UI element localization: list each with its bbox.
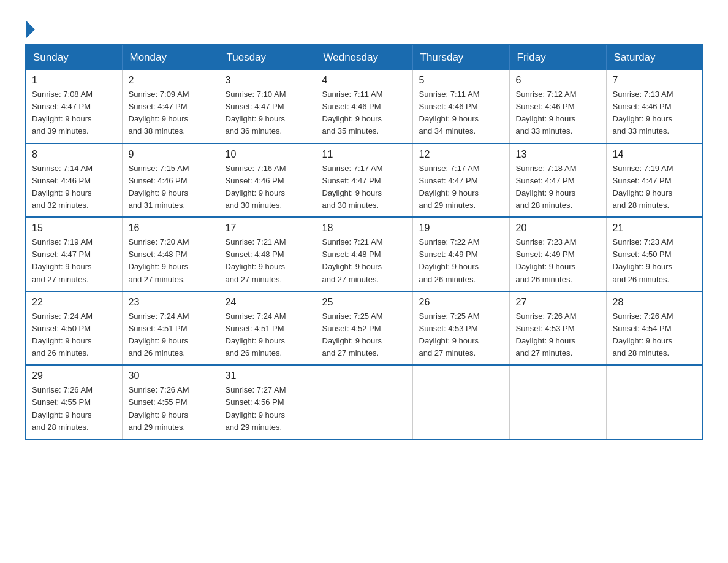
- day-of-week-header: Thursday: [412, 45, 509, 70]
- calendar-day-cell: 15 Sunrise: 7:19 AM Sunset: 4:47 PM Dayl…: [25, 217, 122, 291]
- calendar-day-cell: 1 Sunrise: 7:08 AM Sunset: 4:47 PM Dayli…: [25, 70, 122, 144]
- logo-arrow-icon: [26, 21, 35, 38]
- day-number: 8: [32, 149, 116, 160]
- calendar-day-cell: 21 Sunrise: 7:23 AM Sunset: 4:50 PM Dayl…: [606, 217, 703, 291]
- day-info: Sunrise: 7:23 AM Sunset: 4:50 PM Dayligh…: [613, 236, 697, 286]
- calendar-day-cell: 11 Sunrise: 7:17 AM Sunset: 4:47 PM Dayl…: [316, 144, 412, 218]
- day-number: 4: [322, 75, 406, 86]
- day-number: 17: [226, 223, 309, 234]
- calendar-day-cell: 13 Sunrise: 7:18 AM Sunset: 4:47 PM Dayl…: [509, 144, 606, 218]
- day-number: 31: [226, 370, 309, 381]
- calendar-table: SundayMondayTuesdayWednesdayThursdayFrid…: [25, 44, 703, 440]
- day-of-week-header: Sunday: [25, 45, 122, 70]
- calendar-week-row: 8 Sunrise: 7:14 AM Sunset: 4:46 PM Dayli…: [25, 144, 703, 218]
- calendar-day-cell: 10 Sunrise: 7:16 AM Sunset: 4:46 PM Dayl…: [219, 144, 316, 218]
- day-info: Sunrise: 7:19 AM Sunset: 4:47 PM Dayligh…: [613, 163, 697, 212]
- calendar-day-cell: 18 Sunrise: 7:21 AM Sunset: 4:48 PM Dayl…: [316, 217, 412, 291]
- calendar-day-cell: 29 Sunrise: 7:26 AM Sunset: 4:55 PM Dayl…: [25, 365, 122, 439]
- day-info: Sunrise: 7:26 AM Sunset: 4:53 PM Dayligh…: [516, 310, 600, 360]
- day-info: Sunrise: 7:13 AM Sunset: 4:46 PM Dayligh…: [613, 88, 697, 138]
- calendar-day-cell: 30 Sunrise: 7:26 AM Sunset: 4:55 PM Dayl…: [122, 365, 219, 439]
- day-number: 15: [32, 223, 116, 234]
- day-info: Sunrise: 7:24 AM Sunset: 4:50 PM Dayligh…: [32, 310, 116, 360]
- day-number: 29: [32, 370, 116, 381]
- day-info: Sunrise: 7:23 AM Sunset: 4:49 PM Dayligh…: [516, 236, 600, 286]
- calendar-day-cell: 9 Sunrise: 7:15 AM Sunset: 4:46 PM Dayli…: [122, 144, 219, 218]
- day-number: 1: [32, 75, 116, 86]
- day-info: Sunrise: 7:11 AM Sunset: 4:46 PM Dayligh…: [419, 88, 503, 138]
- calendar-day-cell: 25 Sunrise: 7:25 AM Sunset: 4:52 PM Dayl…: [316, 291, 412, 366]
- day-number: 30: [129, 370, 213, 381]
- day-number: 24: [226, 297, 309, 308]
- day-info: Sunrise: 7:25 AM Sunset: 4:53 PM Dayligh…: [419, 310, 503, 360]
- day-info: Sunrise: 7:26 AM Sunset: 4:55 PM Dayligh…: [129, 384, 213, 434]
- day-number: 6: [516, 75, 600, 86]
- calendar-day-cell: 3 Sunrise: 7:10 AM Sunset: 4:47 PM Dayli…: [219, 70, 316, 144]
- day-number: 22: [32, 297, 116, 308]
- calendar-day-cell: 14 Sunrise: 7:19 AM Sunset: 4:47 PM Dayl…: [606, 144, 703, 218]
- day-info: Sunrise: 7:12 AM Sunset: 4:46 PM Dayligh…: [516, 88, 600, 138]
- calendar-day-cell: 22 Sunrise: 7:24 AM Sunset: 4:50 PM Dayl…: [25, 291, 122, 366]
- calendar-day-cell: 5 Sunrise: 7:11 AM Sunset: 4:46 PM Dayli…: [412, 70, 509, 144]
- day-of-week-header: Wednesday: [316, 45, 412, 70]
- calendar-week-row: 22 Sunrise: 7:24 AM Sunset: 4:50 PM Dayl…: [25, 291, 703, 366]
- day-number: 7: [613, 75, 697, 86]
- calendar-day-cell: 6 Sunrise: 7:12 AM Sunset: 4:46 PM Dayli…: [509, 70, 606, 144]
- day-info: Sunrise: 7:18 AM Sunset: 4:47 PM Dayligh…: [516, 163, 600, 212]
- calendar-day-cell: 4 Sunrise: 7:11 AM Sunset: 4:46 PM Dayli…: [316, 70, 412, 144]
- calendar-day-cell: 7 Sunrise: 7:13 AM Sunset: 4:46 PM Dayli…: [606, 70, 703, 144]
- calendar-day-cell: 20 Sunrise: 7:23 AM Sunset: 4:49 PM Dayl…: [509, 217, 606, 291]
- calendar-day-cell: 16 Sunrise: 7:20 AM Sunset: 4:48 PM Dayl…: [122, 217, 219, 291]
- calendar-day-cell: 8 Sunrise: 7:14 AM Sunset: 4:46 PM Dayli…: [25, 144, 122, 218]
- day-number: 25: [322, 297, 406, 308]
- day-number: 21: [613, 223, 697, 234]
- day-info: Sunrise: 7:08 AM Sunset: 4:47 PM Dayligh…: [32, 88, 116, 138]
- day-info: Sunrise: 7:09 AM Sunset: 4:47 PM Dayligh…: [129, 88, 213, 138]
- calendar-day-cell: 28 Sunrise: 7:26 AM Sunset: 4:54 PM Dayl…: [606, 291, 703, 366]
- logo: [25, 18, 35, 33]
- day-info: Sunrise: 7:24 AM Sunset: 4:51 PM Dayligh…: [226, 310, 309, 360]
- day-number: 18: [322, 223, 406, 234]
- day-info: Sunrise: 7:24 AM Sunset: 4:51 PM Dayligh…: [129, 310, 213, 360]
- day-of-week-header: Saturday: [606, 45, 703, 70]
- day-number: 14: [613, 149, 697, 160]
- day-of-week-header: Tuesday: [219, 45, 316, 70]
- calendar-week-row: 29 Sunrise: 7:26 AM Sunset: 4:55 PM Dayl…: [25, 365, 703, 439]
- day-number: 20: [516, 223, 600, 234]
- day-number: 5: [419, 75, 503, 86]
- day-info: Sunrise: 7:15 AM Sunset: 4:46 PM Dayligh…: [129, 163, 213, 212]
- calendar-header-row: SundayMondayTuesdayWednesdayThursdayFrid…: [25, 45, 703, 70]
- calendar-day-cell: 17 Sunrise: 7:21 AM Sunset: 4:48 PM Dayl…: [219, 217, 316, 291]
- calendar-day-cell: [606, 365, 703, 439]
- day-info: Sunrise: 7:19 AM Sunset: 4:47 PM Dayligh…: [32, 236, 116, 286]
- day-number: 19: [419, 223, 503, 234]
- day-info: Sunrise: 7:27 AM Sunset: 4:56 PM Dayligh…: [226, 384, 309, 434]
- day-info: Sunrise: 7:17 AM Sunset: 4:47 PM Dayligh…: [322, 163, 406, 212]
- day-of-week-header: Friday: [509, 45, 606, 70]
- calendar-day-cell: 19 Sunrise: 7:22 AM Sunset: 4:49 PM Dayl…: [412, 217, 509, 291]
- day-info: Sunrise: 7:21 AM Sunset: 4:48 PM Dayligh…: [226, 236, 309, 286]
- day-number: 12: [419, 149, 503, 160]
- day-number: 23: [129, 297, 213, 308]
- day-info: Sunrise: 7:26 AM Sunset: 4:55 PM Dayligh…: [32, 384, 116, 434]
- calendar-day-cell: 24 Sunrise: 7:24 AM Sunset: 4:51 PM Dayl…: [219, 291, 316, 366]
- day-number: 3: [226, 75, 309, 86]
- day-info: Sunrise: 7:10 AM Sunset: 4:47 PM Dayligh…: [226, 88, 309, 138]
- day-number: 2: [129, 75, 213, 86]
- calendar-day-cell: [412, 365, 509, 439]
- day-info: Sunrise: 7:11 AM Sunset: 4:46 PM Dayligh…: [322, 88, 406, 138]
- day-info: Sunrise: 7:21 AM Sunset: 4:48 PM Dayligh…: [322, 236, 406, 286]
- calendar-day-cell: [316, 365, 412, 439]
- day-number: 11: [322, 149, 406, 160]
- day-number: 16: [129, 223, 213, 234]
- day-info: Sunrise: 7:17 AM Sunset: 4:47 PM Dayligh…: [419, 163, 503, 212]
- page-header: [25, 18, 703, 33]
- day-info: Sunrise: 7:20 AM Sunset: 4:48 PM Dayligh…: [129, 236, 213, 286]
- day-number: 27: [516, 297, 600, 308]
- day-info: Sunrise: 7:22 AM Sunset: 4:49 PM Dayligh…: [419, 236, 503, 286]
- calendar-day-cell: 2 Sunrise: 7:09 AM Sunset: 4:47 PM Dayli…: [122, 70, 219, 144]
- calendar-day-cell: 23 Sunrise: 7:24 AM Sunset: 4:51 PM Dayl…: [122, 291, 219, 366]
- day-number: 28: [613, 297, 697, 308]
- day-number: 9: [129, 149, 213, 160]
- calendar-day-cell: 31 Sunrise: 7:27 AM Sunset: 4:56 PM Dayl…: [219, 365, 316, 439]
